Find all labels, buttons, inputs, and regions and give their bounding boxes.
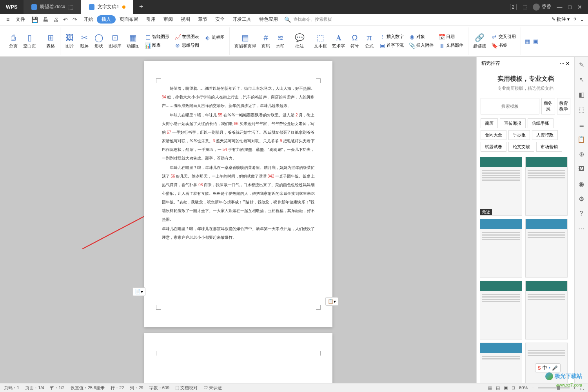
status-page[interactable]: 页面：1/4 xyxy=(25,385,44,391)
tag-marketing[interactable]: 市场营销 xyxy=(536,142,562,152)
mindmap-button[interactable]: ⊛思维导图 xyxy=(173,42,201,49)
search-hint[interactable]: 查找命令、搜索模板 xyxy=(293,16,332,22)
iconlib-button[interactable]: ⊡图标库 xyxy=(107,32,123,50)
template-item[interactable] xyxy=(480,219,522,278)
more-icon[interactable]: ⋯ xyxy=(577,225,585,232)
hyperlink-button[interactable]: 🔗超链接 xyxy=(472,32,488,50)
view-mode-icon[interactable]: ⊡ xyxy=(512,385,515,390)
panel-close-icon[interactable]: ✕ xyxy=(566,61,570,66)
picture-button[interactable]: 🖼图片 xyxy=(64,32,76,50)
bookmark-button[interactable]: 🔖书签 xyxy=(490,42,517,49)
save-icon[interactable]: 💾 xyxy=(29,16,40,23)
maximize-icon[interactable]: □ xyxy=(568,4,572,10)
tag-exam[interactable]: 试题试卷 xyxy=(481,142,506,152)
undo-icon[interactable]: ↶ xyxy=(61,16,70,23)
tag-resume[interactable]: 简历 xyxy=(481,118,498,128)
settings-icon[interactable]: ⚙ xyxy=(577,195,585,203)
object-button[interactable]: ◉对象 xyxy=(407,33,435,41)
function-chart-button[interactable]: ▦功能图 xyxy=(125,32,141,50)
menu-icon[interactable]: ≡ xyxy=(4,16,12,23)
file-menu[interactable]: 文件 xyxy=(12,16,29,23)
clipboard-icon[interactable]: 📋 xyxy=(577,135,585,143)
attachment-button[interactable]: 📎插入附件 xyxy=(407,42,435,49)
tag-letter[interactable]: 信纸手账 xyxy=(528,118,554,128)
smart-graphic-button[interactable]: ◫智能图形 xyxy=(143,33,171,41)
docparts-button[interactable]: ▥文档部件 xyxy=(437,42,465,49)
comment-button[interactable]: 💬批注 xyxy=(293,32,306,50)
status-line[interactable]: 行：22 xyxy=(111,385,124,391)
close-icon[interactable]: ✕ xyxy=(577,4,582,10)
extra-icon2[interactable]: ▣ xyxy=(532,38,539,44)
menu-layout[interactable]: 页面布局 xyxy=(116,16,142,23)
status-pageno[interactable]: 页码：1 xyxy=(4,385,19,391)
menu-reference[interactable]: 引用 xyxy=(142,16,160,23)
header-footer-button[interactable]: ▤页眉和页脚 xyxy=(233,32,258,50)
status-auth[interactable]: 🛡 未认证 xyxy=(203,385,222,391)
flowchart-button[interactable]: ⬖流程图 xyxy=(203,34,226,42)
chart-button[interactable]: 📊图表 xyxy=(143,42,171,49)
status-col[interactable]: 列：29 xyxy=(130,385,143,391)
menu-start[interactable]: 开始 xyxy=(80,16,97,23)
layers-icon[interactable]: ≣ xyxy=(577,120,585,128)
menu-view[interactable]: 视图 xyxy=(177,16,194,23)
blank-page-button[interactable]: ▯空白页 xyxy=(22,32,38,50)
insert-number-button[interactable]: ⁝插入数字 xyxy=(377,33,405,41)
online-chart-button[interactable]: 📈在线图表 xyxy=(173,33,201,41)
menu-insert[interactable]: 插入 xyxy=(97,15,116,24)
document-area[interactable]: 盼望着，盼望着……翘首以盼的新年近了。街市上车水马龙，人山人海，好不热闹。34 … xyxy=(0,57,476,383)
tag-poster[interactable]: 宣传海报 xyxy=(500,118,526,128)
template-item[interactable] xyxy=(525,281,568,339)
template-item[interactable] xyxy=(525,157,568,216)
date-button[interactable]: 📅日期 xyxy=(437,33,465,41)
pencil-icon[interactable]: ✎ xyxy=(577,61,585,69)
chevron-icon[interactable]: ⌄ xyxy=(580,17,584,22)
tag-paper[interactable]: 论文文献 xyxy=(508,142,534,152)
screenshot-button[interactable]: ✂截屏 xyxy=(78,32,91,50)
status-position[interactable]: 设置值：25.6厘米 xyxy=(71,385,105,391)
tab-doc1[interactable]: 盼望着.docx ⬚ xyxy=(24,0,82,14)
crossref-button[interactable]: ⇄交叉引用 xyxy=(490,33,517,41)
template-item[interactable] xyxy=(480,281,522,339)
page-nav-icon[interactable]: 📄▾ xyxy=(132,287,145,296)
status-words[interactable]: 字数：609 xyxy=(149,385,169,391)
help-icon[interactable]: ? xyxy=(573,17,576,22)
badge[interactable]: 2 xyxy=(510,4,517,10)
paste-options-icon[interactable]: 📋▾ xyxy=(325,297,338,306)
tag-handcopy[interactable]: 手抄报 xyxy=(508,130,530,140)
page-number-button[interactable]: #页码 xyxy=(260,32,272,50)
tab-education[interactable]: 教育教学 xyxy=(557,98,571,114)
tab-doc2[interactable]: 文字文稿1 xyxy=(81,0,133,14)
select-icon[interactable]: ⬚ xyxy=(577,105,585,113)
template-search-input[interactable] xyxy=(481,98,539,114)
help-icon[interactable]: ? xyxy=(577,210,585,218)
tag-hr[interactable]: 人资行政 xyxy=(532,130,558,140)
ime-indicator[interactable]: S 中 • 🎤 xyxy=(535,363,561,372)
textbox-button[interactable]: ⬚文本框 xyxy=(312,32,328,50)
dropcap-button[interactable]: ▣首字下沉 xyxy=(377,42,405,49)
view-mode-icon[interactable]: ▦ xyxy=(488,385,492,390)
shape-button[interactable]: ◯形状 xyxy=(93,32,105,50)
menu-chapter[interactable]: 章节 xyxy=(194,16,211,23)
menu-special[interactable]: 特色应用 xyxy=(255,16,282,23)
page-break-button[interactable]: ⎙分页 xyxy=(7,32,20,50)
tag-contract[interactable]: 合同大全 xyxy=(481,130,506,140)
view-mode-icon[interactable]: ▤ xyxy=(496,385,500,390)
mic-icon[interactable]: 🎤 xyxy=(552,365,558,371)
preview-icon[interactable]: 🖨 xyxy=(51,16,61,23)
document-text[interactable]: 盼望着，盼望着……翘首以盼的新年近了。街市上车水马龙，人山人海，好不热闹。34 … xyxy=(162,84,315,242)
zoom-out-icon[interactable]: − xyxy=(532,385,534,390)
formula-button[interactable]: π公式 xyxy=(363,32,376,50)
wordart-button[interactable]: 𝐀艺术字 xyxy=(330,32,347,50)
cursor-icon[interactable]: ↖ xyxy=(577,76,585,83)
apps-icon[interactable]: ⬚ xyxy=(523,4,527,10)
panel-menu-icon[interactable]: ⋯ xyxy=(560,61,564,66)
zoom-value[interactable]: 60% xyxy=(519,385,528,390)
search-icon[interactable]: 🔍 xyxy=(282,16,293,23)
view-mode-icon[interactable]: ▣ xyxy=(504,385,508,390)
template-grid[interactable]: 最近 xyxy=(477,154,574,383)
menu-security[interactable]: 安全 xyxy=(211,16,229,23)
tab-indicator-icon[interactable]: ⬚ xyxy=(68,4,73,10)
menu-devtools[interactable]: 开发工具 xyxy=(229,16,255,23)
annotate-button[interactable]: ✎ 批注 ▾ xyxy=(552,16,570,23)
minimize-icon[interactable]: — xyxy=(557,4,563,10)
